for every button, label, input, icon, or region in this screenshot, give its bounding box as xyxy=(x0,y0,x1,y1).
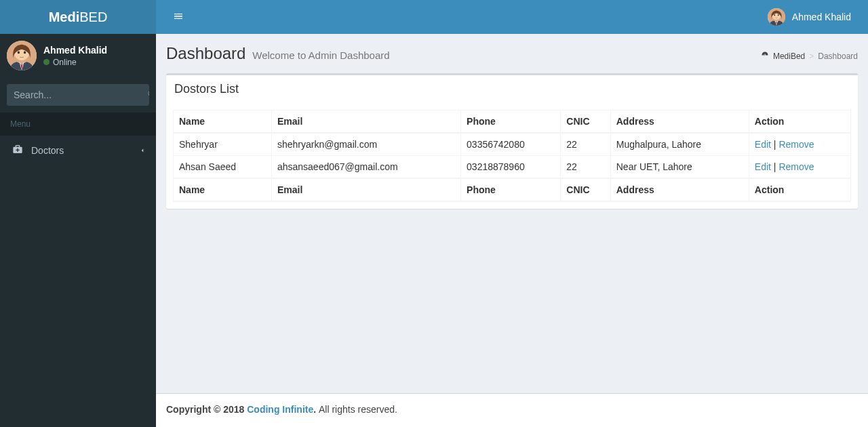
cell-cnic: 22 xyxy=(561,133,610,156)
breadcrumb-current: Dashboard xyxy=(818,52,858,61)
avatar xyxy=(7,41,37,70)
col-address: Address xyxy=(610,178,749,201)
cell-name: Ahsan Saeed xyxy=(174,156,272,179)
header-user-name: Ahmed Khalid xyxy=(792,12,851,22)
col-name: Name xyxy=(174,110,272,134)
col-action: Action xyxy=(749,178,850,201)
user-status[interactable]: Online xyxy=(43,58,107,67)
sidebar-search xyxy=(0,77,156,113)
brand-logo[interactable]: MediBED xyxy=(0,0,156,34)
breadcrumb-home[interactable]: MediBed xyxy=(773,52,805,61)
col-email: Email xyxy=(271,178,460,201)
table-header-row: Name Email Phone CNIC Address Action xyxy=(174,110,851,134)
search-input[interactable] xyxy=(7,84,139,106)
page-title: Dashboard xyxy=(166,44,245,63)
avatar xyxy=(768,8,785,26)
footer-suffix: All rights reserved. xyxy=(319,404,397,415)
sidebar-menu-header: Menu xyxy=(0,113,156,136)
status-text: Online xyxy=(53,58,77,67)
col-cnic: CNIC xyxy=(561,178,610,201)
footer-prefix: Copyright © 2018 xyxy=(166,404,247,415)
dashboard-icon xyxy=(761,51,769,61)
sidebar-item-doctors[interactable]: Doctors xyxy=(0,136,156,165)
sidebar-toggle-button[interactable] xyxy=(166,4,191,30)
main-header: MediBED Ahmed Khalid xyxy=(0,0,868,34)
content-wrapper: Dashboard Welcome to Admin Dashboard Med… xyxy=(156,34,868,393)
content: Dostors List Name Email Phone CNIC Addre… xyxy=(156,73,868,219)
col-cnic: CNIC xyxy=(561,110,610,134)
top-navbar: Ahmed Khalid xyxy=(156,0,868,34)
chevron-left-icon xyxy=(139,145,146,156)
cell-action: Edit | Remove xyxy=(749,156,850,179)
content-header: Dashboard Welcome to Admin Dashboard Med… xyxy=(156,34,868,73)
doctors-list-card: Dostors List Name Email Phone CNIC Addre… xyxy=(166,73,858,209)
col-email: Email xyxy=(271,110,460,134)
sidebar-user-name: Ahmed Khalid xyxy=(43,45,107,56)
search-button[interactable] xyxy=(139,84,149,106)
action-separator: | xyxy=(771,161,778,172)
col-name: Name xyxy=(174,178,272,201)
action-separator: | xyxy=(771,139,778,150)
cell-name: Shehryar xyxy=(174,133,272,156)
cell-cnic: 22 xyxy=(561,156,610,179)
sidebar-user-panel: Ahmed Khalid Online xyxy=(0,34,156,77)
table-row: Ahsan Saeed ahsansaeed067@gmail.com 0321… xyxy=(174,156,851,179)
medkit-icon xyxy=(12,144,26,157)
cell-email: ahsansaeed067@gmail.com xyxy=(271,156,460,179)
page-subtitle: Welcome to Admin Dashboard xyxy=(252,49,389,61)
sidebar: Ahmed Khalid Online Menu Doctors xyxy=(0,34,156,427)
cell-address: Mughalpura, Lahore xyxy=(610,133,749,156)
remove-link[interactable]: Remove xyxy=(778,161,814,172)
status-dot-icon xyxy=(43,59,50,65)
cell-phone: 03218878960 xyxy=(461,156,561,179)
col-action: Action xyxy=(749,110,850,134)
edit-link[interactable]: Edit xyxy=(755,161,771,172)
cell-action: Edit | Remove xyxy=(749,133,850,156)
col-phone: Phone xyxy=(461,110,561,134)
search-icon xyxy=(147,91,149,101)
breadcrumb: MediBed > Dashboard xyxy=(761,51,858,61)
edit-link[interactable]: Edit xyxy=(755,139,771,150)
sidebar-item-label: Doctors xyxy=(31,145,139,156)
col-phone: Phone xyxy=(461,178,561,201)
card-title: Dostors List xyxy=(174,82,850,96)
menu-icon xyxy=(173,13,184,24)
cell-phone: 03356742080 xyxy=(461,133,561,156)
table-row: Shehryar shehryarkn@gmail.com 0335674208… xyxy=(174,133,851,156)
main-footer: Copyright © 2018 Coding Infinite. All ri… xyxy=(156,393,868,427)
cell-email: shehryarkn@gmail.com xyxy=(271,133,460,156)
col-address: Address xyxy=(610,110,749,134)
footer-link[interactable]: Coding Infinite xyxy=(247,404,313,415)
brand-light: BED xyxy=(79,9,107,24)
remove-link[interactable]: Remove xyxy=(778,139,814,150)
brand-bold: Medi xyxy=(49,9,80,24)
doctors-table: Name Email Phone CNIC Address Action She… xyxy=(173,110,851,202)
footer-dot: . xyxy=(313,404,316,415)
header-user-menu[interactable]: Ahmed Khalid xyxy=(761,3,858,31)
breadcrumb-separator: > xyxy=(809,52,814,61)
table-footer-row: Name Email Phone CNIC Address Action xyxy=(174,178,851,201)
cell-address: Near UET, Lahore xyxy=(610,156,749,179)
